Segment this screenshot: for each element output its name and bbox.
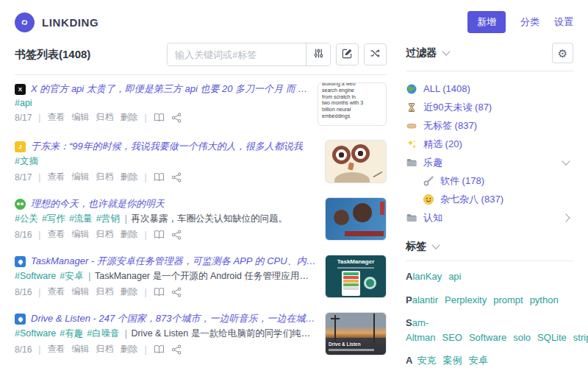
archive-action[interactable]: 归档 (96, 111, 113, 124)
chevron-down-icon[interactable] (442, 47, 450, 55)
bookmark-tag[interactable]: #有趣 (60, 328, 83, 339)
bookmark-tag[interactable]: #Software (15, 328, 56, 339)
view-action[interactable]: 查看 (47, 228, 65, 241)
tag-link[interactable]: Palantir (406, 294, 438, 305)
view-action[interactable]: 查看 (47, 171, 65, 183)
share-icon[interactable] (171, 287, 182, 297)
edit-action[interactable]: 编辑 (71, 343, 89, 355)
bookmark-thumbnail[interactable]: Building a websearch enginefrom scratch … (318, 82, 387, 126)
nav-settings[interactable]: 设置 (554, 15, 573, 29)
bookmark-content: J于东来：“99年的时候，我说我要做一个伟大的人，很多人都说我#文摘8/17|查… (15, 140, 316, 183)
filter-item-fun[interactable]: 乐趣 (406, 153, 573, 171)
remove-action[interactable]: 删除 (120, 343, 137, 355)
tag-link[interactable]: Sam-Altman (406, 317, 435, 343)
edit-action[interactable]: 编辑 (71, 111, 89, 124)
view-action[interactable]: 查看 (47, 111, 65, 124)
chevron-down-icon[interactable] (431, 241, 440, 249)
archive-action[interactable]: 归档 (96, 171, 113, 183)
bookmark-title[interactable]: X 的官方 api 太贵了，即便是第三方 api 也要 20 多刀一个月 而 t… (31, 82, 309, 96)
filter-item-unread-90d[interactable]: 近90天未读 (87) (406, 98, 573, 116)
bookmark-tag[interactable]: #写作 (42, 213, 65, 224)
bookmark-thumbnail[interactable] (325, 140, 387, 183)
share-icon[interactable] (171, 230, 182, 240)
bookmark-panel: 书签列表(1408) (15, 41, 387, 368)
reader-mode-icon[interactable] (154, 344, 165, 354)
thumbnail-text: Building a web (322, 82, 382, 88)
bookmark-title[interactable]: 于东来：“99年的时候，我说我要做一个伟大的人，很多人都说我 (31, 140, 303, 153)
shuffle-button[interactable] (364, 43, 387, 66)
reader-mode-icon[interactable] (154, 287, 165, 297)
tag-link[interactable]: python (530, 294, 559, 305)
tag-link[interactable]: solo (513, 332, 531, 343)
tag-link[interactable]: 案例 (442, 355, 462, 366)
site-favicon: X (15, 84, 26, 95)
remove-action[interactable]: 删除 (120, 286, 137, 298)
reader-mode-icon[interactable] (154, 230, 165, 239)
bookmark-title[interactable]: TaskManager - 开源安卓任务管理器，可监测各 APP 的 CPU、内… (31, 255, 316, 268)
view-action[interactable]: 查看 (47, 343, 65, 355)
bookmark-thumbnail[interactable]: Drive & Listen (325, 312, 387, 355)
bookmark-tag[interactable]: #文摘 (15, 156, 38, 166)
bookmark-title[interactable]: Drive & Listen - 247 个国家，873个城市，一边听音乐，一边… (31, 312, 316, 325)
filter-item-all[interactable]: ALL (1408) (406, 79, 573, 98)
tag-link[interactable]: stripe (573, 332, 588, 343)
bookmark-thumbnail[interactable]: TaskManager (325, 255, 387, 298)
add-bookmark-button[interactable]: 新增 (467, 11, 506, 33)
edit-action[interactable]: 编辑 (71, 171, 89, 183)
share-icon[interactable] (171, 344, 182, 355)
nav-categories[interactable]: 分类 (520, 15, 539, 29)
tag-link[interactable]: 安克 (417, 355, 436, 366)
share-icon[interactable] (171, 113, 182, 123)
remove-action[interactable]: 删除 (120, 111, 137, 124)
thumbnail-text: search engine (322, 88, 382, 94)
search-input[interactable] (168, 43, 306, 66)
filter-item-software[interactable]: 软件 (178) (406, 171, 573, 190)
tag-link[interactable]: SEO (442, 332, 462, 343)
search-options-button[interactable] (306, 43, 330, 66)
bookmark-tag[interactable]: #Software (15, 271, 56, 281)
tag-link[interactable]: AlanKay (406, 271, 442, 282)
chevron-down-icon[interactable] (563, 161, 569, 164)
filter-item-featured[interactable]: 精选 (20) (406, 135, 573, 153)
tag-link[interactable]: 安卓 (468, 355, 487, 366)
filter-item-misc[interactable]: 杂七杂八 (837) (406, 190, 573, 208)
filter-item-cognition[interactable]: 认知 (406, 208, 573, 227)
tag-link[interactable]: SQLite (537, 332, 567, 343)
tag-group-letter: A (406, 355, 412, 366)
bookmark-meta: 8/16|查看编辑归档删除| (15, 343, 316, 355)
filter-settings-button[interactable]: ⚙ (552, 43, 573, 63)
view-action[interactable]: 查看 (47, 286, 65, 298)
edit-action[interactable]: 编辑 (71, 286, 89, 298)
bookmark-date: 8/17 (15, 172, 32, 183)
bookmark-tag[interactable]: #营销 (96, 213, 120, 224)
bookmark-thumbnail[interactable] (325, 197, 387, 241)
remove-action[interactable]: 删除 (120, 228, 137, 241)
filter-item-untagged[interactable]: 无标签 (837) (406, 116, 573, 135)
tag-link[interactable]: Software (469, 332, 506, 343)
remove-action[interactable]: 删除 (120, 171, 137, 183)
bookmark-title-line: Drive & Listen - 247 个国家，873个城市，一边听音乐，一边… (15, 312, 316, 325)
bookmark-tag[interactable]: #公关 (15, 213, 38, 224)
tag-link[interactable]: api (448, 271, 461, 282)
share-icon[interactable] (171, 172, 182, 183)
archive-action[interactable]: 归档 (96, 228, 113, 241)
separator: | (38, 287, 40, 297)
reader-mode-icon[interactable] (154, 172, 165, 182)
brand-name: LINKDING (42, 16, 98, 29)
bookmark-tag[interactable]: #白噪音 (87, 328, 119, 339)
archive-action[interactable]: 归档 (96, 343, 113, 355)
bookmark-tag[interactable]: #流量 (69, 213, 93, 224)
tag-link[interactable]: Perplexity (445, 294, 487, 305)
bookmark-title[interactable]: 理想的今天，也许就是你的明天 (31, 197, 165, 210)
reader-mode-icon[interactable] (154, 113, 165, 122)
tag-link[interactable]: prompt (493, 294, 523, 305)
bookmark-tag[interactable]: #安卓 (60, 271, 83, 281)
gear-icon: ⚙ (558, 48, 567, 59)
edit-action[interactable]: 编辑 (71, 228, 89, 241)
list-header: 书签列表(1408) (15, 41, 387, 75)
brand[interactable]: LINKDING (15, 13, 98, 32)
bookmark-tag[interactable]: #api (15, 98, 32, 108)
archive-action[interactable]: 归档 (96, 286, 113, 298)
chevron-right-icon[interactable] (563, 215, 569, 221)
bulk-edit-button[interactable] (336, 43, 359, 66)
